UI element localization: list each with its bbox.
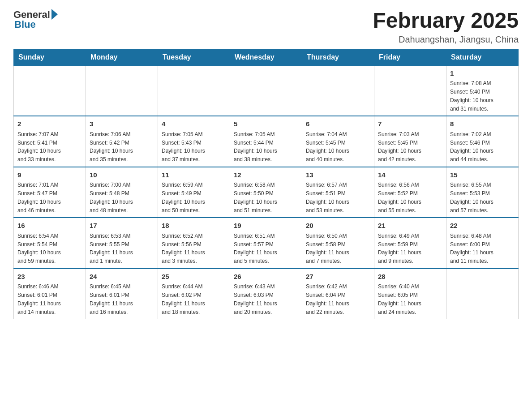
day-info: Sunrise: 6:57 AMSunset: 5:51 PMDaylight:… [306,182,349,213]
day-info: Sunrise: 6:53 AMSunset: 5:55 PMDaylight:… [90,233,133,264]
day-info: Sunrise: 7:08 AMSunset: 5:40 PMDaylight:… [450,80,493,111]
week-row-1: 1Sunrise: 7:08 AMSunset: 5:40 PMDaylight… [14,65,519,116]
day-number: 15 [450,170,515,180]
day-number: 6 [306,119,370,129]
day-number: 13 [306,170,370,180]
day-info: Sunrise: 6:55 AMSunset: 5:53 PMDaylight:… [450,182,493,213]
day-info: Sunrise: 6:48 AMSunset: 6:00 PMDaylight:… [450,233,493,264]
day-info: Sunrise: 7:06 AMSunset: 5:42 PMDaylight:… [90,131,133,163]
calendar-cell: 8Sunrise: 7:02 AMSunset: 5:46 PMDaylight… [446,116,519,167]
day-number: 22 [450,221,515,231]
day-number: 18 [162,221,226,231]
calendar-cell: 16Sunrise: 6:54 AMSunset: 5:54 PMDayligh… [14,218,86,269]
day-info: Sunrise: 7:03 AMSunset: 5:45 PMDaylight:… [378,131,421,163]
day-info: Sunrise: 7:07 AMSunset: 5:41 PMDaylight:… [17,131,61,163]
day-number: 14 [378,170,442,180]
day-info: Sunrise: 6:46 AMSunset: 6:01 PMDaylight:… [17,283,61,315]
calendar-cell: 13Sunrise: 6:57 AMSunset: 5:51 PMDayligh… [302,167,374,218]
day-info: Sunrise: 6:45 AMSunset: 6:01 PMDaylight:… [90,283,133,315]
day-number: 4 [162,119,226,129]
calendar-cell [86,65,158,116]
day-number: 11 [162,170,226,180]
day-number: 10 [90,170,154,180]
day-number: 20 [306,221,370,231]
day-number: 27 [306,272,370,282]
calendar-cell: 14Sunrise: 6:56 AMSunset: 5:52 PMDayligh… [374,167,446,218]
day-number: 16 [17,221,82,231]
day-info: Sunrise: 6:58 AMSunset: 5:50 PMDaylight:… [234,182,277,213]
calendar-cell [158,65,230,116]
weekday-header-monday: Monday [86,49,158,65]
calendar-cell: 26Sunrise: 6:43 AMSunset: 6:03 PMDayligh… [230,269,302,319]
day-info: Sunrise: 7:05 AMSunset: 5:43 PMDaylight:… [162,131,205,163]
day-number: 9 [17,170,82,180]
day-info: Sunrise: 6:59 AMSunset: 5:49 PMDaylight:… [162,182,205,213]
day-info: Sunrise: 6:52 AMSunset: 5:56 PMDaylight:… [162,233,205,264]
calendar-cell: 12Sunrise: 6:58 AMSunset: 5:50 PMDayligh… [230,167,302,218]
week-row-3: 9Sunrise: 7:01 AMSunset: 5:47 PMDaylight… [14,167,519,218]
calendar-cell: 21Sunrise: 6:49 AMSunset: 5:59 PMDayligh… [374,218,446,269]
calendar-cell: 11Sunrise: 6:59 AMSunset: 5:49 PMDayligh… [158,167,230,218]
calendar-cell: 18Sunrise: 6:52 AMSunset: 5:56 PMDayligh… [158,218,230,269]
calendar-cell: 24Sunrise: 6:45 AMSunset: 6:01 PMDayligh… [86,269,158,319]
day-info: Sunrise: 7:01 AMSunset: 5:47 PMDaylight:… [17,182,61,213]
week-row-2: 2Sunrise: 7:07 AMSunset: 5:41 PMDaylight… [14,116,519,167]
day-number: 21 [378,221,442,231]
calendar-cell [374,65,446,116]
calendar-cell: 25Sunrise: 6:44 AMSunset: 6:02 PMDayligh… [158,269,230,319]
calendar-cell: 19Sunrise: 6:51 AMSunset: 5:57 PMDayligh… [230,218,302,269]
weekday-header-wednesday: Wednesday [230,49,302,65]
day-number: 8 [450,119,515,129]
calendar-cell: 3Sunrise: 7:06 AMSunset: 5:42 PMDaylight… [86,116,158,167]
week-row-4: 16Sunrise: 6:54 AMSunset: 5:54 PMDayligh… [14,218,519,269]
day-info: Sunrise: 6:49 AMSunset: 5:59 PMDaylight:… [378,233,421,264]
day-number: 1 [450,68,515,79]
day-info: Sunrise: 6:54 AMSunset: 5:54 PMDaylight:… [17,233,61,264]
day-info: Sunrise: 6:56 AMSunset: 5:52 PMDaylight:… [378,182,421,213]
day-info: Sunrise: 7:02 AMSunset: 5:46 PMDaylight:… [450,131,493,163]
location-subtitle: Dahuangshan, Jiangsu, China [373,34,519,45]
calendar-cell: 23Sunrise: 6:46 AMSunset: 6:01 PMDayligh… [14,269,86,319]
day-info: Sunrise: 6:50 AMSunset: 5:58 PMDaylight:… [306,233,349,264]
calendar-cell: 15Sunrise: 6:55 AMSunset: 5:53 PMDayligh… [446,167,519,218]
day-number: 7 [378,119,442,129]
calendar-cell: 17Sunrise: 6:53 AMSunset: 5:55 PMDayligh… [86,218,158,269]
calendar-cell [230,65,302,116]
weekday-header-sunday: Sunday [14,49,86,65]
day-info: Sunrise: 6:40 AMSunset: 6:05 PMDaylight:… [378,283,421,315]
weekday-header-friday: Friday [374,49,446,65]
day-info: Sunrise: 6:42 AMSunset: 6:04 PMDaylight:… [306,283,349,315]
calendar-cell: 1Sunrise: 7:08 AMSunset: 5:40 PMDaylight… [446,65,519,116]
day-info: Sunrise: 7:05 AMSunset: 5:44 PMDaylight:… [234,131,277,163]
day-number: 19 [234,221,298,231]
week-row-5: 23Sunrise: 6:46 AMSunset: 6:01 PMDayligh… [14,269,519,319]
day-info: Sunrise: 7:04 AMSunset: 5:45 PMDaylight:… [306,131,349,163]
month-title: February 2025 [373,9,519,33]
day-info: Sunrise: 6:43 AMSunset: 6:03 PMDaylight:… [234,283,277,315]
day-info: Sunrise: 7:00 AMSunset: 5:48 PMDaylight:… [90,182,133,213]
day-number: 12 [234,170,298,180]
calendar-cell: 7Sunrise: 7:03 AMSunset: 5:45 PMDaylight… [374,116,446,167]
day-number: 24 [90,272,154,282]
title-block: February 2025 Dahuangshan, Jiangsu, Chin… [373,9,519,45]
calendar-cell: 27Sunrise: 6:42 AMSunset: 6:04 PMDayligh… [302,269,374,319]
calendar-header-row: SundayMondayTuesdayWednesdayThursdayFrid… [14,49,519,65]
weekday-header-thursday: Thursday [302,49,374,65]
calendar-cell: 4Sunrise: 7:05 AMSunset: 5:43 PMDaylight… [158,116,230,167]
day-number: 26 [234,272,298,282]
logo-blue-text: Blue [14,19,36,30]
day-number: 23 [17,272,82,282]
calendar-cell: 6Sunrise: 7:04 AMSunset: 5:45 PMDaylight… [302,116,374,167]
day-number: 17 [90,221,154,231]
calendar-cell [14,65,86,116]
day-number: 28 [378,272,442,282]
day-info: Sunrise: 6:51 AMSunset: 5:57 PMDaylight:… [234,233,277,264]
calendar-cell: 5Sunrise: 7:05 AMSunset: 5:44 PMDaylight… [230,116,302,167]
day-number: 5 [234,119,298,129]
day-number: 3 [90,119,154,129]
day-number: 25 [162,272,226,282]
weekday-header-saturday: Saturday [446,49,519,65]
calendar-cell [302,65,374,116]
calendar-cell: 20Sunrise: 6:50 AMSunset: 5:58 PMDayligh… [302,218,374,269]
calendar-table: SundayMondayTuesdayWednesdayThursdayFrid… [13,49,519,320]
